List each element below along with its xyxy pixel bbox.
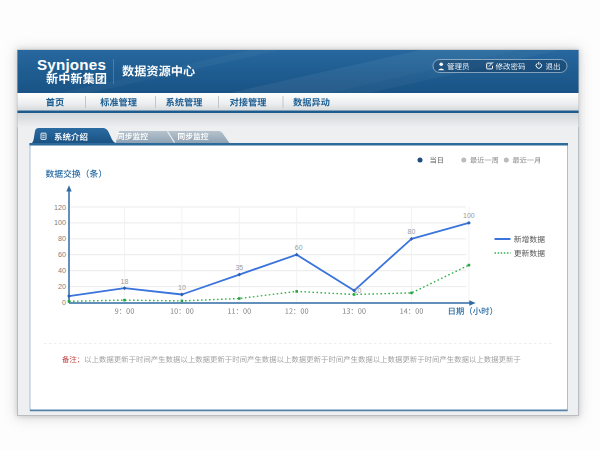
svg-text:100: 100 [54, 218, 66, 227]
svg-text:10: 10 [178, 284, 186, 291]
svg-text:120: 120 [54, 203, 66, 212]
svg-text:80: 80 [58, 234, 66, 243]
svg-text:35: 35 [235, 264, 243, 271]
svg-text:60: 60 [295, 244, 303, 251]
svg-text:100: 100 [463, 212, 475, 219]
svg-text:10: 10 [354, 287, 362, 294]
svg-text:60: 60 [58, 250, 66, 259]
svg-text:40: 40 [58, 266, 66, 275]
svg-text:Synjones: Synjones [37, 56, 106, 73]
svg-text:20: 20 [58, 282, 66, 291]
svg-text:18: 18 [121, 278, 129, 285]
svg-text:80: 80 [408, 228, 416, 235]
svg-text:0: 0 [62, 298, 66, 307]
